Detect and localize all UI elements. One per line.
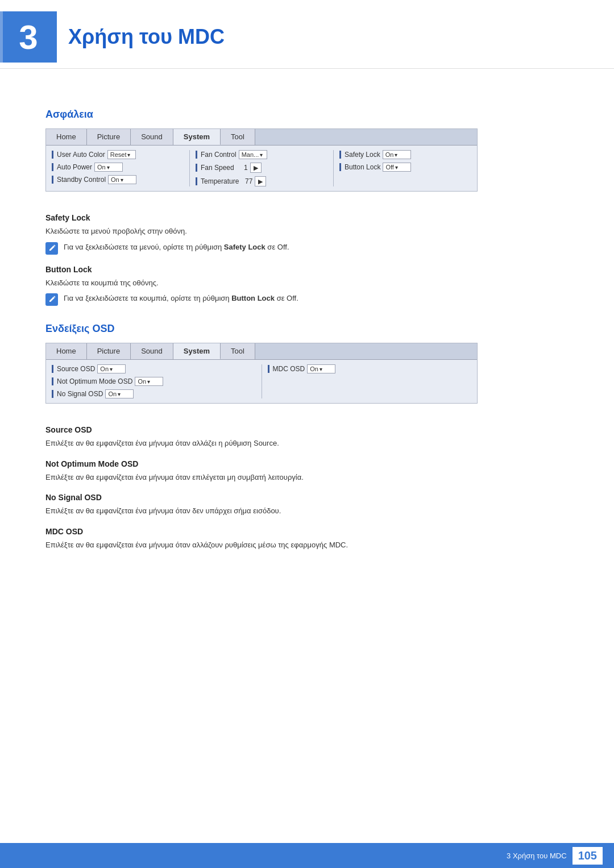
content-area: Ασφάλεια Home Picture Sound System Tool … — [0, 86, 614, 600]
row-bar — [52, 365, 53, 373]
button-lock-body: Κλειδώστε τα κουμπιά της οθόνης. — [45, 277, 569, 289]
osd-col2: MDC OSD On — [268, 364, 472, 398]
osd-panel-rows: Source OSD On Not Optimum Mode OSD On No… — [46, 360, 477, 403]
temperature-arrow[interactable]: ▶ — [255, 176, 266, 186]
pencil-icon-2 — [48, 296, 56, 304]
auto-power-row: Auto Power On — [52, 163, 184, 172]
chapter-header: 3 Χρήση του MDC — [0, 0, 614, 69]
user-auto-color-row: User Auto Color Reset — [52, 150, 184, 159]
fan-control-select[interactable]: Man... — [239, 150, 267, 159]
security-panel: Home Picture Sound System Tool User Auto… — [45, 128, 478, 192]
col-divider-1 — [189, 150, 190, 186]
fan-speed-arrow[interactable]: ▶ — [250, 163, 262, 173]
fan-speed-row: Fan Speed 1 ▶ — [196, 163, 327, 173]
no-signal-osd-body: Επιλέξτε αν θα εμφανίζεται ένα μήνυμα ότ… — [45, 505, 569, 517]
temperature-value: 77 — [241, 177, 252, 185]
page-footer: 3 Χρήση του MDC 105 — [0, 843, 614, 868]
source-osd-select[interactable]: On — [97, 364, 126, 373]
source-osd-row: Source OSD On — [52, 364, 256, 373]
chapter-number: 3 — [0, 11, 57, 63]
mdc-osd-select[interactable]: On — [307, 364, 335, 373]
tab-tool[interactable]: Tool — [221, 129, 255, 145]
button-lock-note: Για να ξεκλειδώσετε τα κουμπιά, ορίστε τ… — [45, 293, 569, 306]
page-number: 105 — [572, 847, 603, 865]
osd-tab-picture[interactable]: Picture — [87, 343, 131, 359]
osd-col1: Source OSD On Not Optimum Mode OSD On No… — [52, 364, 256, 398]
fan-speed-value: 1 — [237, 164, 248, 172]
safety-lock-heading: Safety Lock — [45, 213, 569, 222]
section-asfaleia-title: Ασφάλεια — [45, 109, 569, 121]
tab-system[interactable]: System — [173, 129, 221, 145]
mdc-osd-heading: MDC OSD — [45, 527, 569, 536]
osd-tab-home[interactable]: Home — [46, 343, 87, 359]
button-lock-heading: Button Lock — [45, 265, 569, 274]
safety-lock-body: Κλειδώστε τα μενού προβολής στην οθόνη. — [45, 226, 569, 237]
not-optimum-osd-label: Not Optimum Mode OSD — [57, 377, 132, 385]
col-divider-2 — [333, 150, 334, 186]
osd-tab-sound[interactable]: Sound — [131, 343, 173, 359]
safety-lock-label: Safety Lock — [345, 151, 380, 159]
user-auto-color-label: User Auto Color — [57, 151, 105, 159]
tab-sound[interactable]: Sound — [131, 129, 173, 145]
security-col3: Safety Lock On Button Lock Off — [339, 150, 471, 186]
source-osd-heading: Source OSD — [45, 425, 569, 434]
row-bar — [339, 163, 341, 171]
fan-control-label: Fan Control — [201, 151, 237, 159]
note-icon-1 — [45, 242, 58, 255]
fan-control-row: Fan Control Man... — [196, 150, 327, 159]
tab-picture[interactable]: Picture — [87, 129, 131, 145]
osd-col-divider — [262, 364, 262, 398]
no-signal-osd-select[interactable]: On — [105, 389, 134, 398]
standby-control-select[interactable]: On — [108, 175, 136, 184]
row-bar — [196, 177, 197, 185]
security-panel-rows: User Auto Color Reset Auto Power On Stan… — [46, 146, 477, 191]
osd-tab-tool[interactable]: Tool — [221, 343, 255, 359]
no-signal-osd-label: No Signal OSD — [57, 390, 103, 398]
osd-tab-system[interactable]: System — [173, 343, 221, 359]
source-osd-label: Source OSD — [57, 365, 95, 373]
mdc-osd-body: Επιλέξτε αν θα εμφανίζεται ένα μήνυμα ότ… — [45, 539, 569, 551]
not-optimum-osd-select[interactable]: On — [135, 377, 163, 386]
safety-lock-select[interactable]: On — [383, 150, 411, 159]
auto-power-label: Auto Power — [57, 163, 92, 171]
button-lock-row: Button Lock Off — [339, 163, 471, 172]
temperature-label: Temperature — [201, 177, 239, 185]
row-bar — [196, 151, 197, 159]
safety-lock-row: Safety Lock On — [339, 150, 471, 159]
chapter-title: Χρήση του MDC — [68, 25, 225, 49]
row-bar — [52, 176, 53, 184]
security-tabs: Home Picture Sound System Tool — [46, 129, 477, 146]
button-lock-label: Button Lock — [345, 163, 380, 171]
no-signal-osd-heading: No Signal OSD — [45, 493, 569, 502]
pencil-icon — [48, 244, 56, 252]
standby-control-row: Standby Control On — [52, 175, 184, 184]
mdc-osd-row: MDC OSD On — [268, 364, 472, 373]
row-bar — [268, 365, 269, 373]
button-lock-select[interactable]: Off — [383, 163, 411, 172]
safety-lock-note-text: Για να ξεκλειδώσετε τα μενού, ορίστε τη … — [64, 242, 289, 253]
row-bar — [52, 163, 53, 171]
row-bar — [196, 164, 197, 172]
section-osd-title: Ενδείξεις OSD — [45, 323, 569, 335]
not-optimum-osd-body: Επιλέξτε αν θα εμφανίζεται ένα μήνυμα ότ… — [45, 472, 569, 483]
row-bar — [52, 377, 53, 385]
not-optimum-osd-row: Not Optimum Mode OSD On — [52, 377, 256, 386]
row-bar — [52, 151, 53, 159]
no-signal-osd-row: No Signal OSD On — [52, 389, 256, 398]
row-bar — [52, 390, 53, 398]
user-auto-color-select[interactable]: Reset — [107, 150, 136, 159]
temperature-row: Temperature 77 ▶ — [196, 176, 327, 186]
security-col1: User Auto Color Reset Auto Power On Stan… — [52, 150, 184, 186]
osd-tabs: Home Picture Sound System Tool — [46, 343, 477, 360]
button-lock-note-text: Για να ξεκλειδώσετε τα κουμπιά, ορίστε τ… — [64, 293, 298, 304]
footer-chapter-text: 3 Χρήση του MDC — [507, 852, 567, 860]
tab-home[interactable]: Home — [46, 129, 87, 145]
auto-power-select[interactable]: On — [94, 163, 123, 172]
security-col2: Fan Control Man... Fan Speed 1 ▶ Tempera… — [196, 150, 327, 186]
row-bar — [339, 151, 341, 159]
mdc-osd-label: MDC OSD — [273, 365, 305, 373]
fan-speed-label: Fan Speed — [201, 164, 234, 172]
source-osd-body: Επιλέξτε αν θα εμφανίζεται ένα μήνυμα ότ… — [45, 438, 569, 449]
note-icon-2 — [45, 293, 58, 306]
not-optimum-osd-heading: Not Optimum Mode OSD — [45, 459, 569, 468]
